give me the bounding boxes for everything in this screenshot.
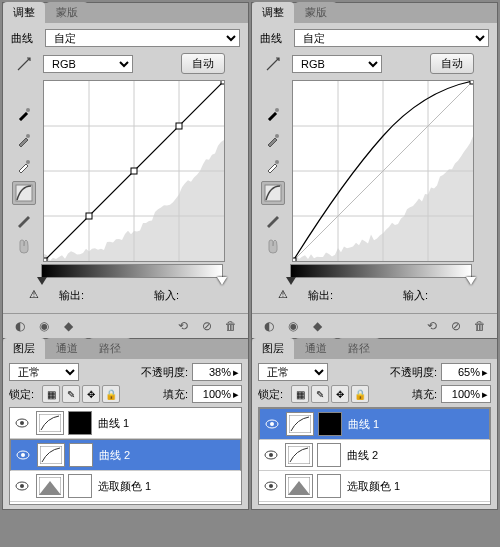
- eyedropper-black-icon[interactable]: [13, 103, 35, 125]
- layer-mask[interactable]: [318, 412, 342, 436]
- layer-row[interactable]: 曲线 2: [10, 439, 241, 471]
- tab-paths[interactable]: 路径: [338, 338, 380, 359]
- tab-masks[interactable]: 蒙版: [46, 2, 88, 23]
- preset-select[interactable]: 自定: [294, 29, 489, 47]
- target-adjust-icon[interactable]: [262, 53, 284, 75]
- layer-mask[interactable]: [68, 474, 92, 498]
- layer-thumb: [36, 411, 64, 435]
- svg-point-2: [26, 160, 30, 164]
- clip-icon[interactable]: ◆: [59, 318, 77, 334]
- lock-transparency-icon[interactable]: ▦: [42, 385, 60, 403]
- prev-icon[interactable]: ⟲: [174, 318, 192, 334]
- curve-graph[interactable]: [292, 80, 474, 262]
- eyedropper-black-icon[interactable]: [262, 103, 284, 125]
- preset-select[interactable]: 自定: [45, 29, 240, 47]
- channel-select[interactable]: RGB: [292, 55, 382, 73]
- curve-tool-icon[interactable]: [12, 181, 36, 205]
- auto-button[interactable]: 自动: [181, 53, 225, 74]
- fill-input[interactable]: ▸: [192, 385, 242, 403]
- layer-mask[interactable]: [68, 411, 92, 435]
- fill-input[interactable]: ▸: [441, 385, 491, 403]
- layer-mask[interactable]: [317, 443, 341, 467]
- lock-pixels-icon[interactable]: ✎: [62, 385, 80, 403]
- eyedropper-white-icon[interactable]: [262, 155, 284, 177]
- layer-name[interactable]: 曲线 1: [348, 417, 379, 432]
- white-point-slider[interactable]: [466, 277, 476, 285]
- curve-graph[interactable]: [43, 80, 225, 262]
- opacity-input[interactable]: ▸: [441, 363, 491, 381]
- tab-layers[interactable]: 图层: [3, 338, 45, 359]
- target-adjust-icon[interactable]: [13, 53, 35, 75]
- curve-tools: [11, 53, 37, 262]
- svg-rect-37: [470, 81, 473, 84]
- tab-channels[interactable]: 通道: [46, 338, 88, 359]
- layer-name[interactable]: 选取颜色 1: [98, 479, 151, 494]
- eyedropper-gray-icon[interactable]: [262, 129, 284, 151]
- layer-mask[interactable]: [317, 474, 341, 498]
- auto-button[interactable]: 自动: [430, 53, 474, 74]
- white-point-slider[interactable]: [217, 277, 227, 285]
- delete-icon[interactable]: 🗑: [222, 318, 240, 334]
- prev-icon[interactable]: ⟲: [423, 318, 441, 334]
- blend-mode-select[interactable]: 正常: [9, 363, 79, 381]
- layer-mask[interactable]: [69, 443, 93, 467]
- input-gradient[interactable]: [290, 264, 472, 278]
- svg-rect-36: [293, 258, 296, 261]
- pencil-tool-icon[interactable]: [262, 209, 284, 231]
- opacity-input[interactable]: ▸: [192, 363, 242, 381]
- reset-icon[interactable]: ⊘: [447, 318, 465, 334]
- svg-rect-11: [44, 258, 47, 261]
- curve-tool-icon[interactable]: [261, 181, 285, 205]
- tab-masks[interactable]: 蒙版: [295, 2, 337, 23]
- eyedropper-white-icon[interactable]: [13, 155, 35, 177]
- layer-name[interactable]: 曲线 1: [98, 416, 129, 431]
- layer-row[interactable]: 曲线 1: [10, 408, 241, 439]
- tab-adjustments[interactable]: 调整: [252, 2, 294, 23]
- input-gradient[interactable]: [41, 264, 223, 278]
- lock-transparency-icon[interactable]: ▦: [291, 385, 309, 403]
- clip-icon[interactable]: ◆: [308, 318, 326, 334]
- toggle-icon[interactable]: ◐: [11, 318, 29, 334]
- visibility-icon[interactable]: [264, 416, 280, 432]
- hand-tool-icon[interactable]: [13, 235, 35, 257]
- lock-position-icon[interactable]: ✥: [82, 385, 100, 403]
- layer-name[interactable]: 曲线 2: [347, 448, 378, 463]
- reset-icon[interactable]: ⊘: [198, 318, 216, 334]
- lock-all-icon[interactable]: 🔒: [351, 385, 369, 403]
- adjustment-footer: ◐ ◉ ◆ ⟲ ⊘ 🗑: [252, 313, 497, 338]
- black-point-slider[interactable]: [286, 277, 296, 285]
- svg-point-25: [275, 108, 279, 112]
- delete-icon[interactable]: 🗑: [471, 318, 489, 334]
- opacity-label: 不透明度:: [390, 365, 437, 380]
- tab-channels[interactable]: 通道: [295, 338, 337, 359]
- layer-name[interactable]: 选取颜色 1: [347, 479, 400, 494]
- tab-paths[interactable]: 路径: [89, 338, 131, 359]
- view-icon[interactable]: ◉: [35, 318, 53, 334]
- pencil-tool-icon[interactable]: [13, 209, 35, 231]
- visibility-icon[interactable]: [14, 478, 30, 494]
- visibility-icon[interactable]: [14, 415, 30, 431]
- lock-position-icon[interactable]: ✥: [331, 385, 349, 403]
- layer-name[interactable]: 曲线 2: [99, 448, 130, 463]
- channel-select[interactable]: RGB: [43, 55, 133, 73]
- adjustments-panel: 调整 蒙版 曲线 自定: [2, 2, 249, 510]
- layer-list: 曲线 1 曲线 2 选取颜色 1: [9, 407, 242, 505]
- layer-row[interactable]: 曲线 2: [259, 440, 490, 471]
- fill-label: 填充:: [163, 387, 188, 402]
- lock-pixels-icon[interactable]: ✎: [311, 385, 329, 403]
- black-point-slider[interactable]: [37, 277, 47, 285]
- visibility-icon[interactable]: [263, 478, 279, 494]
- toggle-icon[interactable]: ◐: [260, 318, 278, 334]
- layer-row[interactable]: 选取颜色 1: [259, 471, 490, 502]
- eyedropper-gray-icon[interactable]: [13, 129, 35, 151]
- lock-all-icon[interactable]: 🔒: [102, 385, 120, 403]
- visibility-icon[interactable]: [263, 447, 279, 463]
- tab-layers[interactable]: 图层: [252, 338, 294, 359]
- tab-adjustments[interactable]: 调整: [3, 2, 45, 23]
- layer-row[interactable]: 曲线 1: [259, 408, 490, 440]
- blend-mode-select[interactable]: 正常: [258, 363, 328, 381]
- visibility-icon[interactable]: [15, 447, 31, 463]
- layer-row[interactable]: 选取颜色 1: [10, 471, 241, 502]
- view-icon[interactable]: ◉: [284, 318, 302, 334]
- hand-tool-icon[interactable]: [262, 235, 284, 257]
